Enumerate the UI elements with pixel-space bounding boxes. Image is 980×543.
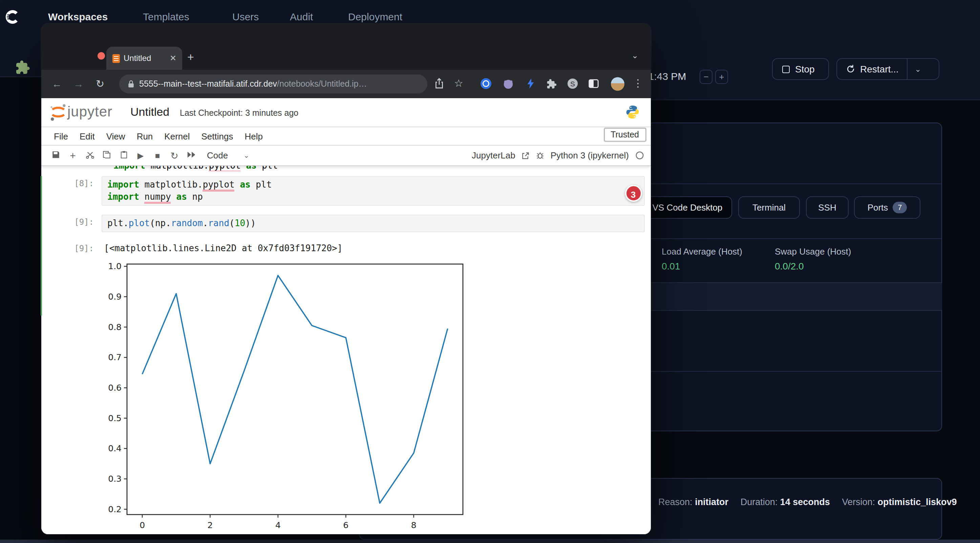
- menu-edit[interactable]: Edit: [80, 131, 95, 141]
- save-icon[interactable]: [51, 150, 61, 161]
- coder-logo-icon[interactable]: [5, 9, 20, 25]
- zoom-in-button[interactable]: +: [715, 70, 728, 84]
- cell-type-select[interactable]: Code: [207, 150, 228, 160]
- extension-puzzle-icon[interactable]: [14, 59, 33, 81]
- jupyter-brand-text: jupyter: [67, 103, 113, 120]
- menu-file[interactable]: File: [54, 131, 68, 141]
- jupyter-page: jupyter Untitled Last Checkpoint: 3 minu…: [41, 98, 651, 534]
- build-reason: Reason: initiator: [658, 497, 729, 507]
- zoom-out-button[interactable]: −: [700, 70, 713, 84]
- github-extension-icon[interactable]: [502, 78, 514, 89]
- svg-text:0.6: 0.6: [108, 383, 121, 393]
- workspace-running-indicator: [40, 176, 42, 316]
- stat-swap-usage-value: 0.0/2.0: [775, 261, 804, 272]
- jupyter-favicon-icon: [112, 54, 119, 63]
- extensions-puzzle-icon[interactable]: [546, 78, 557, 89]
- stylus-extension-icon[interactable]: S: [566, 78, 578, 89]
- menu-help[interactable]: Help: [245, 131, 263, 141]
- svg-text:0.2: 0.2: [108, 505, 121, 514]
- jupyter-header: jupyter Untitled Last Checkpoint: 3 minu…: [41, 98, 651, 127]
- lock-icon: [127, 80, 134, 88]
- window-close-button[interactable]: [97, 52, 105, 60]
- jupyter-menu-bar: File Edit View Run Kernel Settings Help …: [41, 127, 651, 146]
- clipped-code-line: import matplotlib.pyplot as plt: [113, 166, 278, 171]
- code-cell-input[interactable]: import matplotlib.pyplot as pltimport nu…: [101, 176, 644, 206]
- output-prompt: [9]:: [41, 244, 94, 253]
- run-cell-icon[interactable]: ▶: [135, 151, 146, 160]
- restart-options-chevron-icon[interactable]: ⌄: [908, 65, 929, 73]
- kernel-status-icon: [635, 151, 644, 160]
- cell-prompt: [9]:: [41, 218, 94, 227]
- build-duration: Duration: 14 seconds: [741, 497, 830, 507]
- trusted-button[interactable]: Trusted: [604, 128, 646, 141]
- menu-view[interactable]: View: [106, 131, 125, 141]
- svg-text:4: 4: [275, 520, 280, 530]
- nav-item-deployment[interactable]: Deployment: [348, 11, 402, 22]
- screen: Workspaces Templates Users Audit Deploym…: [0, 0, 980, 543]
- debugger-bug-icon[interactable]: [536, 151, 544, 160]
- interrupt-kernel-icon[interactable]: ■: [152, 151, 163, 160]
- stat-load-average-value: 0.01: [662, 261, 680, 272]
- tab-terminal[interactable]: Terminal: [738, 196, 800, 219]
- browser-tab-title: Untitled: [124, 54, 151, 63]
- forward-icon[interactable]: →: [73, 77, 84, 91]
- browser-profile-avatar[interactable]: [611, 77, 624, 91]
- stop-workspace-button[interactable]: Stop: [772, 58, 829, 80]
- nav-item-templates[interactable]: Templates: [143, 11, 189, 22]
- notebook-title[interactable]: Untitled: [130, 106, 169, 119]
- bolt-extension-icon[interactable]: [525, 78, 536, 89]
- tab-ssh[interactable]: SSH: [806, 196, 849, 219]
- nav-item-audit[interactable]: Audit: [290, 11, 313, 22]
- svg-text:0.5: 0.5: [108, 413, 121, 423]
- kernel-name[interactable]: Python 3 (ipykernel): [550, 150, 629, 160]
- svg-text:0.7: 0.7: [108, 352, 121, 362]
- paste-icon[interactable]: [118, 150, 129, 161]
- onepassword-extension-icon[interactable]: [480, 78, 492, 89]
- stat-load-average-label: Load Average (Host): [662, 246, 742, 257]
- tab-vscode-desktop[interactable]: VS Code Desktop: [643, 196, 732, 219]
- tab-close-icon[interactable]: ✕: [170, 54, 177, 63]
- insert-cell-icon[interactable]: +: [67, 150, 78, 161]
- code-cell-input[interactable]: plt.plot(np.random.rand(10)): [101, 214, 644, 232]
- svg-text:0: 0: [139, 520, 145, 530]
- nav-item-users[interactable]: Users: [232, 11, 259, 22]
- restart-icon: [846, 64, 855, 74]
- menu-kernel[interactable]: Kernel: [164, 131, 189, 141]
- reload-icon[interactable]: ↻: [96, 77, 104, 91]
- restart-run-all-icon[interactable]: [186, 151, 197, 160]
- nav-item-workspaces[interactable]: Workspaces: [48, 11, 108, 22]
- browser-toolbar: ← → ↻ 5555--main--test--matifali.atif.cd…: [41, 70, 651, 98]
- ports-count-badge: 7: [892, 202, 907, 213]
- menu-settings[interactable]: Settings: [202, 131, 233, 141]
- tab-search-chevron-icon[interactable]: ⌄: [632, 51, 638, 60]
- copy-icon[interactable]: [101, 150, 112, 161]
- notification-badge: 3: [625, 185, 642, 202]
- svg-text:8: 8: [411, 520, 416, 530]
- external-link-icon[interactable]: [522, 151, 530, 159]
- darkreader-extension-icon[interactable]: [587, 78, 599, 89]
- new-tab-button[interactable]: +: [187, 51, 194, 64]
- cut-icon[interactable]: [84, 150, 95, 161]
- build-version: Version: optimistic_liskov9: [842, 497, 957, 507]
- menu-run[interactable]: Run: [137, 131, 153, 141]
- bookmark-star-icon[interactable]: ☆: [454, 76, 463, 90]
- back-icon[interactable]: ←: [52, 77, 62, 91]
- python-logo-icon: [625, 104, 640, 120]
- cell-prompt: [8]:: [41, 179, 94, 188]
- jupyterlab-link[interactable]: JupyterLab: [472, 150, 515, 160]
- svg-text:0.8: 0.8: [108, 322, 121, 332]
- cell-type-chevron-icon[interactable]: ⌄: [243, 152, 249, 159]
- url-address-bar[interactable]: 5555--main--test--matifali.atif.cdr.dev/…: [119, 75, 427, 94]
- url-path: /notebooks/Untitled.ip…: [277, 79, 367, 89]
- checkpoint-status: Last Checkpoint: 3 minutes ago: [180, 108, 298, 118]
- jupyter-toolbar: + ▶ ■ ↻ Code ⌄ JupyterLab: [41, 146, 651, 166]
- notebook-scroll-area[interactable]: import matplotlib.pyplot as plt [8]: imp…: [41, 166, 651, 534]
- svg-text:1.0: 1.0: [108, 261, 121, 271]
- restart-workspace-button[interactable]: Restart... ⌄: [837, 58, 939, 80]
- browser-menu-kebab-icon[interactable]: ⋮: [633, 76, 643, 90]
- tab-ports[interactable]: Ports 7: [854, 196, 920, 219]
- browser-tab[interactable]: Untitled ✕: [106, 47, 182, 70]
- restart-kernel-icon[interactable]: ↻: [169, 150, 180, 161]
- browser-tab-strip: Untitled ✕ + ⌄: [41, 24, 651, 70]
- share-icon[interactable]: [433, 78, 445, 89]
